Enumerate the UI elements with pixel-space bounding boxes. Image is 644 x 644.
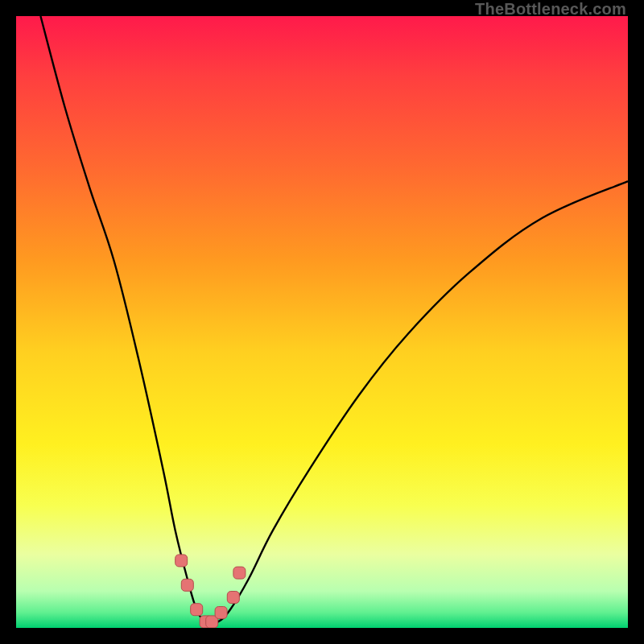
highlight-marker <box>233 567 246 579</box>
highlight-marker <box>215 607 227 619</box>
highlight-marker <box>175 555 188 567</box>
highlight-marker <box>191 604 203 616</box>
chart-background <box>16 16 628 628</box>
bottleneck-chart <box>16 16 628 628</box>
plot-container <box>16 16 628 628</box>
highlight-marker <box>227 592 239 604</box>
highlight-marker <box>181 579 193 591</box>
outer-frame: TheBottleneck.com <box>0 0 644 644</box>
